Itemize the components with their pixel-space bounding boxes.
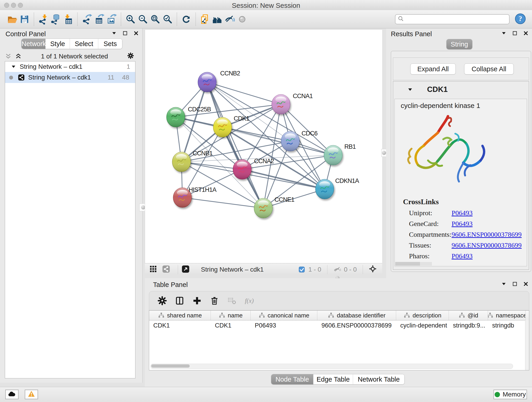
tab-edge-table[interactable]: Edge Table	[313, 374, 353, 384]
inactive-sphere-button[interactable]	[236, 13, 248, 26]
network-overview-icon[interactable]	[162, 265, 171, 274]
global-search[interactable]	[395, 14, 510, 24]
column-header-canonical-name[interactable]: canonical name	[251, 311, 317, 320]
network-graph[interactable]: CCNB2CCNA1CDC25BCDK1CDC6RB1CCNB1CCNA2CDK…	[145, 30, 382, 263]
results-tab-string[interactable]: String	[446, 39, 472, 50]
table-cell[interactable]: stringdb:9...	[449, 320, 488, 331]
string-home-button[interactable]	[211, 13, 224, 26]
float-panel-icon[interactable]	[501, 281, 507, 287]
import-table-button[interactable]	[62, 13, 74, 26]
column-header--id[interactable]: @id	[449, 311, 488, 320]
open-session-button[interactable]	[6, 13, 18, 26]
detach-view-icon[interactable]	[181, 265, 191, 274]
tab-sets[interactable]: Sets	[98, 39, 122, 49]
node-CCNE1[interactable]	[254, 198, 272, 218]
selected-items-checkbox-icon[interactable]	[298, 266, 306, 274]
crosslink-link[interactable]: 9606.ENSP00000378699	[452, 241, 522, 249]
expand-all-icon[interactable]	[15, 53, 22, 60]
node-CDKN1A[interactable]	[316, 179, 334, 199]
node-table[interactable]: shared namenamecanonical namedatabase id…	[149, 310, 529, 370]
node-CDK1[interactable]	[213, 117, 232, 137]
gene-section-header[interactable]: CDK1	[393, 81, 529, 98]
maximize-panel-icon[interactable]	[122, 30, 128, 36]
edge-CCNB2-CCNA1[interactable]	[207, 82, 281, 104]
zoom-fit-button[interactable]	[149, 13, 161, 26]
fit-selected-crosshair-icon[interactable]	[369, 265, 378, 274]
node-CCNA2[interactable]	[233, 160, 251, 179]
hidden-items-icon[interactable]	[333, 266, 341, 274]
crosslink-link[interactable]: P06493	[452, 220, 473, 228]
tab-style[interactable]: Style	[45, 39, 70, 49]
table-cell[interactable]: cyclin-dependent ...	[396, 320, 449, 331]
show-columns-icon[interactable]	[175, 296, 184, 306]
import-network-button[interactable]	[37, 13, 50, 26]
column-header-name[interactable]: name	[211, 311, 251, 320]
tab-network[interactable]: Network	[22, 39, 45, 49]
column-header-namespace[interactable]: namespace	[488, 311, 526, 320]
birds-eye-view-icon[interactable]	[149, 265, 158, 274]
memory-button[interactable]: Memory	[494, 390, 527, 399]
collapse-all-button[interactable]: Collapse All	[464, 64, 514, 75]
close-panel-icon[interactable]	[133, 30, 139, 36]
maximize-panel-icon[interactable]	[512, 30, 518, 36]
collapse-all-icon[interactable]	[5, 53, 12, 60]
warnings-button[interactable]	[25, 390, 38, 399]
node-CDC6[interactable]	[281, 131, 299, 151]
delete-column-icon[interactable]	[210, 296, 219, 306]
help-button[interactable]: ?	[515, 13, 526, 25]
add-column-icon[interactable]	[192, 296, 202, 306]
node-RB1[interactable]	[324, 145, 342, 165]
table-cell[interactable]: P06493	[251, 320, 317, 331]
export-table-button[interactable]	[93, 13, 105, 26]
search-input[interactable]	[405, 15, 509, 23]
column-header-description[interactable]: description	[396, 311, 449, 320]
cloud-status-button[interactable]	[5, 390, 19, 399]
network-canvas[interactable]: CCNB2CCNA1CDC25BCDK1CDC6RB1CCNB1CCNA2CDK…	[145, 30, 382, 263]
table-hscrollbar[interactable]	[151, 364, 513, 369]
network-collection-row[interactable]: String Network – cdk1 1	[5, 61, 135, 72]
results-hscrollbar[interactable]	[395, 262, 432, 266]
section-collapse-icon[interactable]	[407, 86, 413, 93]
refresh-view-button[interactable]	[180, 13, 192, 26]
table-cell[interactable]: CDK1	[211, 320, 251, 331]
zoom-out-button[interactable]	[137, 13, 149, 26]
tab-select[interactable]: Select	[70, 39, 98, 49]
edge-CCNA2-HIST1H1A[interactable]	[182, 169, 242, 198]
table-vscrollbar[interactable]	[525, 320, 529, 370]
tab-node-table[interactable]: Node Table	[271, 374, 313, 384]
node-CCNA1[interactable]	[272, 95, 290, 114]
crosslink-link[interactable]: P06493	[452, 209, 473, 217]
table-row[interactable]: CDK1CDK1P064939606.ENSP00000378699cyclin…	[149, 320, 529, 331]
collection-expand-icon[interactable]	[11, 64, 17, 70]
zoom-in-button[interactable]	[124, 13, 137, 26]
close-panel-icon[interactable]	[523, 281, 529, 287]
crosslink-link[interactable]: 9606.ENSP00000378699	[452, 230, 522, 238]
table-cell[interactable]: CDK1	[149, 320, 211, 331]
table-cell[interactable]: 9606.ENSP00000378699	[317, 320, 396, 331]
float-panel-icon[interactable]	[111, 30, 117, 36]
node-CDC25B[interactable]	[167, 107, 185, 127]
table-cell[interactable]: stringdb	[488, 320, 526, 331]
node-CCNB1[interactable]	[172, 152, 191, 172]
edge-HIST1H1A-CCNE1[interactable]	[182, 198, 263, 208]
tab-network-table[interactable]: Network Table	[353, 374, 404, 384]
export-image-button[interactable]	[105, 13, 118, 26]
export-network-button[interactable]	[81, 13, 93, 26]
maximize-panel-icon[interactable]	[512, 281, 518, 287]
column-header-database-identifier[interactable]: database identifier	[317, 311, 396, 320]
zoom-selected-button[interactable]	[161, 13, 174, 26]
import-database-button[interactable]	[50, 13, 62, 26]
column-header-shared-name[interactable]: shared name	[149, 311, 211, 320]
network-row-selected[interactable]: String Network – cdk1 11 48	[5, 72, 135, 83]
save-session-button[interactable]	[18, 13, 31, 26]
network-options-gear-icon[interactable]	[127, 52, 135, 61]
close-panel-icon[interactable]	[523, 30, 529, 36]
results-panel: Results Panel String Expand All Collapse…	[386, 28, 532, 278]
clone-network-button[interactable]	[199, 13, 211, 26]
expand-all-button[interactable]: Expand All	[410, 64, 456, 75]
table-options-gear-icon[interactable]	[157, 296, 167, 306]
crosslink-link[interactable]: P06493	[452, 252, 473, 260]
float-panel-icon[interactable]	[501, 30, 507, 36]
node-CCNB2[interactable]	[198, 72, 216, 92]
hide-panel-button[interactable]	[224, 13, 236, 26]
